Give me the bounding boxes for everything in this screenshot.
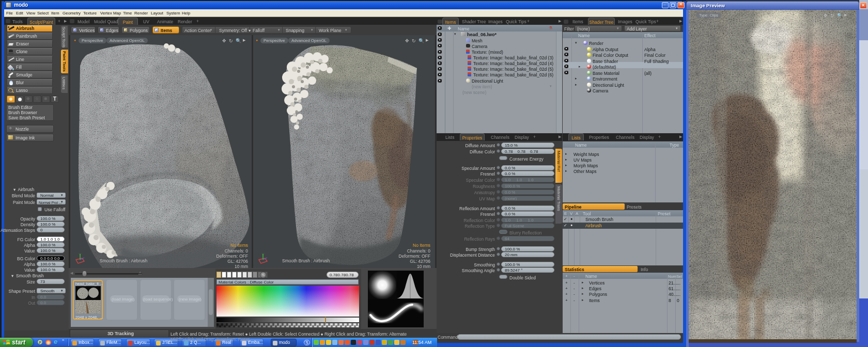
- svg-text:Y: Y: [262, 253, 264, 256]
- svg-text:Y: Y: [79, 253, 81, 256]
